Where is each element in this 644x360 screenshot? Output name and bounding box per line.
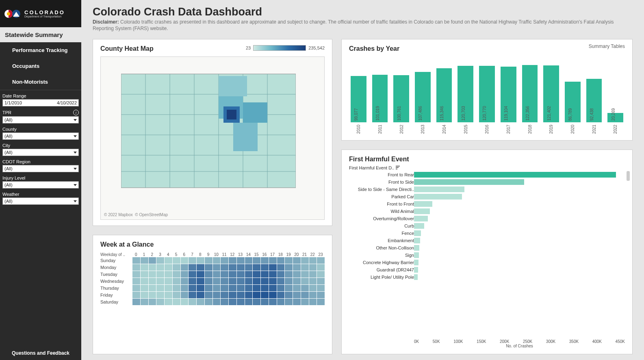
nav-performance[interactable]: Performance Tracking — [0, 42, 81, 58]
svg-rect-18 — [243, 102, 267, 123]
feedback-link[interactable]: Questions and Feedback — [0, 346, 81, 360]
info-icon[interactable]: i — [73, 110, 79, 115]
harm-bar[interactable] — [414, 230, 625, 237]
year-bar[interactable]: 99,0772010 — [351, 76, 366, 134]
harm-title: First Harmful Event — [349, 156, 625, 163]
harm-category-label: Embankment — [349, 237, 414, 244]
date-range-label: Date Range — [2, 93, 26, 98]
city-select[interactable]: (All) — [2, 149, 79, 156]
city-label: City — [2, 143, 10, 148]
injury-label: Injury Level — [2, 176, 25, 180]
week-glance-card: Week at a Glance Weekday of ..0123456789… — [93, 235, 332, 354]
disclaimer: Disclaimer: Colorado traffic crashes as … — [93, 19, 633, 32]
date-range-input[interactable]: 1/1/2010 4/10/2022 — [2, 99, 79, 106]
page-title: Colorado Crash Data Dashboard — [93, 6, 633, 18]
svg-rect-20 — [219, 76, 247, 96]
harm-bar[interactable] — [414, 186, 625, 193]
year-bar[interactable]: 122,3562018 — [522, 65, 538, 134]
weather-select[interactable]: (All) — [2, 197, 79, 205]
nav-active[interactable]: Statewide Summary — [0, 27, 81, 42]
svg-rect-23 — [396, 169, 397, 169]
harmful-event-card: First Harmful Event First Harmful Event … — [341, 150, 633, 354]
week-row[interactable]: Sunday — [100, 257, 325, 264]
year-bar[interactable]: 115,3462014 — [436, 68, 452, 134]
harm-bar[interactable] — [414, 237, 625, 244]
tpr-select[interactable]: (All) — [2, 116, 79, 124]
harm-category-label: Sign — [349, 252, 414, 259]
year-bar[interactable]: 120,7032015 — [458, 66, 473, 134]
week-row[interactable]: Wednesday — [100, 278, 325, 284]
harm-bar[interactable] — [414, 244, 625, 252]
county-map[interactable]: © 2022 Mapbox © OpenStreetMap — [100, 56, 325, 220]
nav-occupants[interactable]: Occupants — [0, 58, 81, 74]
harm-bar[interactable] — [414, 273, 625, 281]
harm-bar[interactable] — [414, 171, 625, 178]
harm-column-header[interactable]: First Harmful Event D.. — [349, 165, 625, 170]
harm-bar[interactable] — [414, 252, 625, 259]
harm-xlabel: No. of Crashes — [349, 344, 625, 348]
harm-bar[interactable] — [414, 215, 625, 222]
year-bar[interactable]: 86,7892020 — [565, 82, 581, 134]
harm-bar-chart[interactable]: Front to RearFront to SideSide to Side -… — [349, 171, 625, 338]
week-row[interactable]: Friday — [100, 292, 325, 298]
svg-rect-17 — [227, 110, 236, 119]
harm-category-label: Curb — [349, 222, 414, 230]
svg-point-1 — [7, 12, 10, 15]
nav-nonmotorists[interactable]: Non-Motorists — [0, 74, 81, 90]
harm-bar[interactable] — [414, 193, 625, 200]
harm-bar[interactable] — [414, 200, 625, 208]
week-row[interactable]: Thursday — [100, 285, 325, 291]
harm-category-label: Light Pole/ Utility Pole — [349, 273, 414, 281]
harm-category-label: Concrete Highway Barrier — [349, 259, 414, 266]
region-label: CDOT Region — [2, 159, 30, 164]
week-heatmap[interactable]: Weekday of ..012345678910111213141516171… — [100, 252, 325, 305]
year-bar[interactable]: 20,2692022 — [607, 113, 623, 134]
harm-bar[interactable] — [414, 266, 625, 273]
harm-category-label: Side to Side - Same Directi.. — [349, 186, 414, 193]
county-select[interactable]: (All) — [2, 132, 79, 140]
logo-icon — [4, 8, 22, 20]
chevron-down-icon — [74, 152, 77, 154]
harm-category-label: Front to Rear — [349, 171, 414, 178]
crashes-by-year-card: Crashes by Year Summary Tables 99,077201… — [341, 39, 633, 141]
year-bar[interactable]: 100,7612012 — [393, 75, 409, 134]
harm-bar[interactable] — [414, 259, 625, 266]
scrollbar-thumb[interactable] — [627, 171, 630, 181]
summary-tables-link[interactable]: Summary Tables — [589, 43, 625, 49]
week-row[interactable]: Tuesday — [100, 271, 325, 278]
gradient-icon — [253, 45, 306, 51]
brand-logo: COLORADO Department of Transportation — [0, 0, 81, 27]
county-heatmap-card: County Heat Map 23 235,542 — [93, 39, 332, 226]
chevron-down-icon — [74, 135, 77, 137]
year-bar[interactable]: 101,0192011 — [372, 75, 388, 134]
year-bar[interactable]: 120,7702016 — [479, 66, 495, 134]
harm-bar[interactable] — [414, 222, 625, 230]
year-bar[interactable]: 92,4382021 — [586, 79, 602, 134]
harm-bar[interactable] — [414, 208, 625, 215]
harm-category-label: Fence — [349, 230, 414, 237]
injury-select[interactable]: (All) — [2, 181, 79, 189]
brand-dept: Department of Transportation — [24, 15, 65, 18]
harm-bar[interactable] — [414, 178, 625, 186]
sidebar: COLORADO Department of Transportation St… — [0, 0, 81, 360]
week-row[interactable]: Monday — [100, 264, 325, 271]
region-select[interactable]: (All) — [2, 165, 79, 172]
svg-rect-19 — [233, 123, 258, 151]
heatmap-legend: 23 235,542 — [246, 45, 325, 51]
week-row[interactable]: Saturday — [100, 299, 325, 305]
main-content: Colorado Crash Data Dashboard Disclaimer… — [81, 0, 644, 360]
year-bar-chart[interactable]: 99,0772010101,0192011100,7612012107,4862… — [349, 52, 625, 134]
year-bar[interactable]: 121,4022019 — [543, 65, 559, 134]
year-bar[interactable]: 119,1042017 — [501, 67, 516, 134]
chevron-down-icon — [74, 168, 77, 170]
sort-icon — [396, 165, 400, 170]
weather-label: Weather — [2, 192, 19, 197]
harm-category-label: Other Non-Collison — [349, 244, 414, 252]
year-bar[interactable]: 107,4862013 — [415, 72, 431, 134]
svg-rect-21 — [396, 166, 400, 167]
year-title: Crashes by Year — [349, 45, 625, 52]
map-attribution: © 2022 Mapbox © OpenStreetMap — [104, 213, 168, 217]
county-label: County — [2, 127, 17, 132]
svg-rect-22 — [396, 167, 399, 168]
harm-category-label: Overturning/Rollover — [349, 215, 414, 222]
